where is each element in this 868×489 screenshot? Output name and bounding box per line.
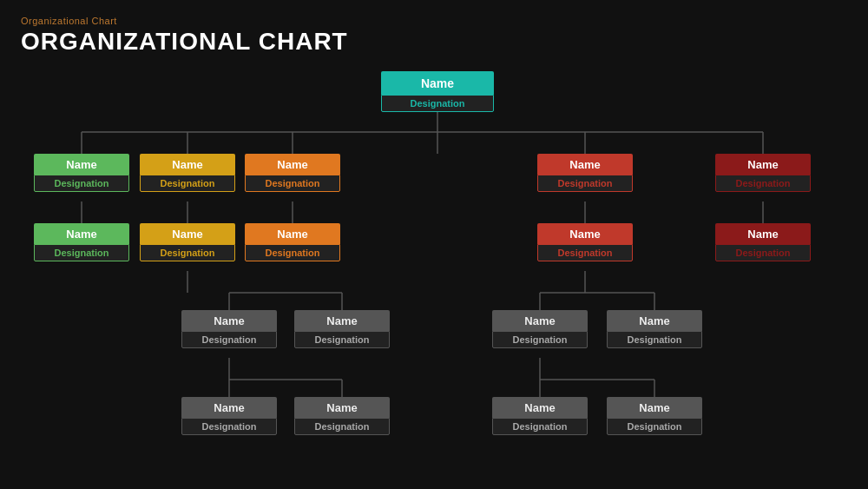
node-l4-3: Name Designation	[492, 397, 588, 435]
node-l1-1: Name Designation	[34, 154, 129, 192]
chart-area: Name Designation Name Designation Name D…	[21, 63, 854, 445]
node-l1-4-designation: Designation	[537, 175, 633, 192]
node-l3-4-designation: Designation	[607, 331, 702, 348]
node-l1-1-name: Name	[34, 154, 129, 175]
node-l2-5-designation: Designation	[715, 244, 811, 261]
node-l4-3-designation: Designation	[492, 418, 588, 435]
node-l3-1-designation: Designation	[181, 331, 277, 348]
node-l4-3-name: Name	[492, 397, 588, 418]
node-l2-3: Name Designation	[245, 223, 340, 261]
node-l4-4: Name Designation	[607, 397, 702, 435]
node-l3-4-name: Name	[607, 310, 702, 331]
node-l4-2-name: Name	[294, 397, 390, 418]
node-l3-3-designation: Designation	[492, 331, 588, 348]
node-l1-4-name: Name	[537, 154, 633, 175]
node-l2-1-name: Name	[34, 223, 129, 244]
node-l1-1-designation: Designation	[34, 175, 129, 192]
node-l1-3-designation: Designation	[245, 175, 340, 192]
node-l2-3-name: Name	[245, 223, 340, 244]
node-l1-2-designation: Designation	[140, 175, 235, 192]
node-l2-4-designation: Designation	[537, 244, 633, 261]
node-l4-4-name: Name	[607, 397, 702, 418]
node-l1-2-name: Name	[140, 154, 235, 175]
node-l2-4: Name Designation	[537, 223, 633, 261]
node-l1-4: Name Designation	[537, 154, 633, 192]
main-title: ORGANIZATIONAL CHART	[21, 28, 847, 56]
node-l1-5-designation: Designation	[715, 175, 811, 192]
node-l2-2-designation: Designation	[140, 244, 235, 261]
node-l4-2-designation: Designation	[294, 418, 390, 435]
node-l3-1: Name Designation	[181, 310, 277, 348]
node-l4-2: Name Designation	[294, 397, 390, 435]
node-l2-5: Name Designation	[715, 223, 811, 261]
node-l4-1: Name Designation	[181, 397, 277, 435]
node-l1-5-name: Name	[715, 154, 811, 175]
node-l2-2: Name Designation	[140, 223, 235, 261]
node-l2-3-designation: Designation	[245, 244, 340, 261]
node-l2-4-name: Name	[537, 223, 633, 244]
page: Organizational Chart ORGANIZATIONAL CHAR…	[0, 0, 868, 489]
node-l2-5-name: Name	[715, 223, 811, 244]
node-root-name: Name	[381, 71, 494, 95]
node-l3-3: Name Designation	[492, 310, 588, 348]
node-l1-2: Name Designation	[140, 154, 235, 192]
node-l3-1-name: Name	[181, 310, 277, 331]
node-l3-2-designation: Designation	[294, 331, 390, 348]
node-l2-1: Name Designation	[34, 223, 129, 261]
node-l2-2-name: Name	[140, 223, 235, 244]
node-root: Name Designation	[381, 71, 494, 112]
node-l2-1-designation: Designation	[34, 244, 129, 261]
node-l3-2-name: Name	[294, 310, 390, 331]
node-root-designation: Designation	[381, 95, 494, 112]
node-l1-5: Name Designation	[715, 154, 811, 192]
node-l3-3-name: Name	[492, 310, 588, 331]
subtitle: Organizational Chart	[21, 16, 847, 26]
node-l1-3: Name Designation	[245, 154, 340, 192]
node-l4-1-designation: Designation	[181, 418, 277, 435]
node-l1-3-name: Name	[245, 154, 340, 175]
node-l3-4: Name Designation	[607, 310, 702, 348]
node-l4-1-name: Name	[181, 397, 277, 418]
node-l3-2: Name Designation	[294, 310, 390, 348]
node-l4-4-designation: Designation	[607, 418, 702, 435]
